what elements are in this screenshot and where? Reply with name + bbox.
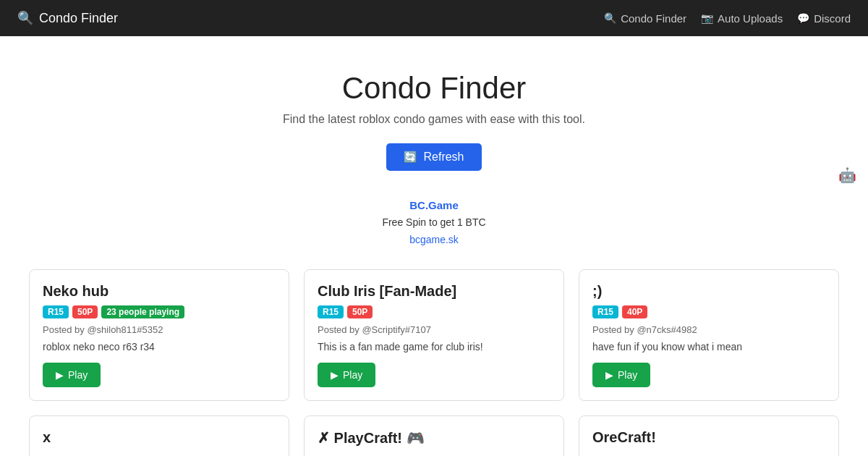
card-title: ;) bbox=[592, 283, 825, 300]
card-badges: R1540P bbox=[592, 305, 825, 318]
card-description: roblox neko neco r63 r34 bbox=[43, 341, 276, 352]
navbar-nav: 🔍 Condo Finder 📷 Auto Uploads 💬 Discord bbox=[604, 12, 851, 25]
badge-50p: 50P bbox=[72, 305, 98, 318]
card-title: OreCraft! bbox=[592, 429, 825, 446]
card-author: Posted by @Scriptify#7107 bbox=[318, 324, 550, 335]
ad-banner: BC.Game Free Spin to get 1 BTC bcgame.sk bbox=[0, 185, 868, 255]
refresh-icon: 🔄 bbox=[404, 151, 417, 164]
card-title: x bbox=[43, 429, 276, 446]
play-button[interactable]: ▶ Play bbox=[592, 363, 650, 387]
card-badges: R1550P bbox=[318, 305, 550, 318]
play-button[interactable]: ▶ Play bbox=[43, 363, 101, 387]
search-icon-nav: 🔍 bbox=[604, 12, 616, 24]
badge-r15: R15 bbox=[592, 305, 618, 318]
game-card: x bbox=[29, 415, 289, 456]
ad-description: Free Spin to get 1 BTC bbox=[14, 214, 854, 230]
card-badges: R1550P23 people playing bbox=[43, 305, 276, 318]
hero-subtitle: Find the latest roblox condo games with … bbox=[14, 113, 854, 126]
hero-title: Condo Finder bbox=[14, 71, 854, 106]
upload-icon: 📷 bbox=[701, 12, 713, 24]
badge-r15: R15 bbox=[43, 305, 69, 318]
cards-grid: Neko hub R1550P23 people playing Posted … bbox=[14, 269, 854, 456]
card-description: have fun if you know what i mean bbox=[592, 341, 825, 352]
navbar-brand-label: Condo Finder bbox=[39, 11, 118, 26]
navbar: 🔍 Condo Finder 🔍 Condo Finder 📷 Auto Upl… bbox=[0, 0, 868, 36]
card-author: Posted by @shiloh811#5352 bbox=[43, 324, 276, 335]
hero-section: Condo Finder Find the latest roblox cond… bbox=[0, 36, 868, 185]
play-icon: ▶ bbox=[331, 369, 339, 381]
ad-link[interactable]: bcgame.sk bbox=[409, 234, 459, 245]
play-icon: ▶ bbox=[56, 369, 64, 381]
card-author: Posted by @n7cks#4982 bbox=[592, 324, 825, 335]
refresh-button[interactable]: 🔄 Refresh bbox=[386, 143, 481, 171]
card-title: Neko hub bbox=[43, 283, 276, 300]
badge-50p: 50P bbox=[347, 305, 373, 318]
card-title: ✗ PlayCraft! 🎮 bbox=[318, 429, 550, 447]
play-button[interactable]: ▶ Play bbox=[318, 363, 375, 387]
corner-decoration: 🤖 bbox=[838, 166, 856, 184]
nav-auto-uploads[interactable]: 📷 Auto Uploads bbox=[701, 12, 783, 25]
play-icon: ▶ bbox=[605, 369, 613, 381]
card-title: Club Iris [Fan-Made] bbox=[318, 283, 550, 300]
badge-r15: R15 bbox=[318, 305, 344, 318]
ad-title: BC.Game bbox=[14, 197, 854, 214]
game-card: Club Iris [Fan-Made] R1550P Posted by @S… bbox=[304, 269, 564, 401]
nav-condo-finder[interactable]: 🔍 Condo Finder bbox=[604, 12, 686, 25]
game-card: ✗ PlayCraft! 🎮 bbox=[304, 415, 564, 456]
game-card: ;) R1540P Posted by @n7cks#4982 have fun… bbox=[579, 269, 839, 401]
navbar-brand[interactable]: 🔍 Condo Finder bbox=[17, 10, 118, 26]
search-icon: 🔍 bbox=[17, 10, 33, 26]
card-description: This is a fan made game for club iris! bbox=[318, 341, 550, 352]
game-card: Neko hub R1550P23 people playing Posted … bbox=[29, 269, 289, 401]
badge-playing: 23 people playing bbox=[101, 305, 184, 318]
badge-40p: 40P bbox=[622, 305, 647, 318]
game-card: OreCraft! bbox=[579, 415, 839, 456]
nav-discord[interactable]: 💬 Discord bbox=[797, 12, 851, 25]
discord-icon: 💬 bbox=[797, 12, 809, 24]
